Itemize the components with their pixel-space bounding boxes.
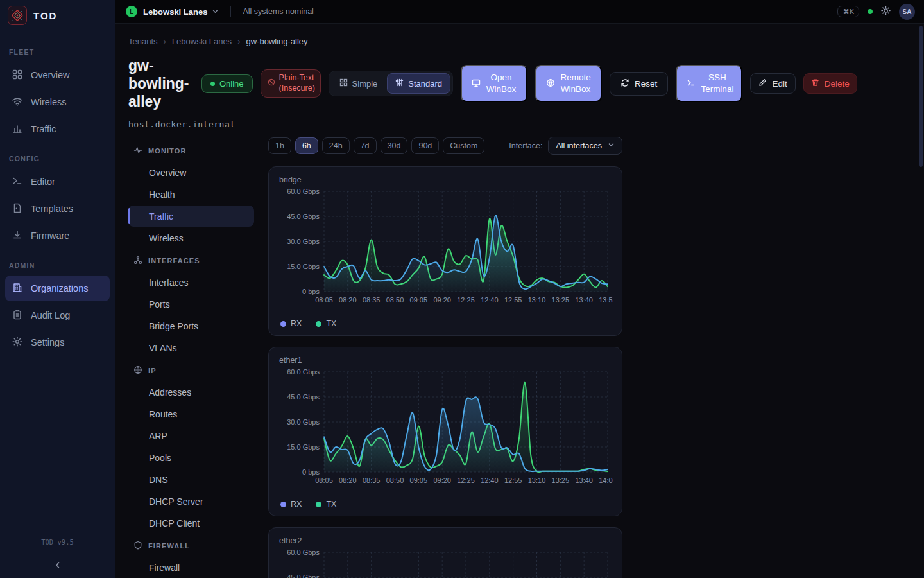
svg-text:60.0 Gbps: 60.0 Gbps [287, 548, 320, 556]
legend-item-rx: RX [280, 319, 302, 328]
subnav-item-interfaces[interactable]: Interfaces [128, 272, 254, 293]
topbar-right: ⌘K SA [837, 4, 915, 20]
nav-section-admin: ADMIN [5, 250, 110, 274]
sidebar-nav: FLEET Overview Wireless Traffic CONFIG E… [0, 31, 115, 532]
subnav-item-dhcp-server[interactable]: DHCP Server [128, 491, 254, 512]
user-avatar[interactable]: SA [899, 4, 915, 20]
edit-button[interactable]: Edit [750, 73, 795, 94]
page-scrollbar-thumb[interactable] [919, 26, 923, 167]
reset-button[interactable]: Reset [610, 72, 668, 96]
svg-text:30.0 Gbps: 30.0 Gbps [287, 238, 320, 245]
svg-text:15.0 Gbps: 15.0 Gbps [287, 443, 320, 451]
svg-text:12:55: 12:55 [504, 477, 522, 484]
svg-text:08:20: 08:20 [339, 296, 357, 304]
sidebar-item-firmware[interactable]: Firmware [5, 223, 110, 249]
svg-text:09:20: 09:20 [433, 477, 451, 484]
chevron-down-icon[interactable] [212, 6, 219, 17]
nav-section-fleet: FLEET [5, 37, 110, 61]
tenant-avatar: L [126, 6, 137, 17]
sidebar-item-wireless[interactable]: Wireless [5, 89, 110, 115]
main-content: Tenants › Lebowski Lanes › gw-bowling-al… [116, 24, 924, 578]
sidebar-item-settings[interactable]: Settings [5, 329, 110, 355]
grid-small-icon [339, 78, 348, 89]
sidebar-item-audit-log[interactable]: Audit Log [5, 302, 110, 328]
chart-title: ether1 [279, 356, 612, 365]
interface-label: Interface: [509, 141, 542, 150]
online-status-badge: Online [201, 74, 253, 93]
ssh-terminal-label: SSH Terminal [701, 72, 733, 95]
svg-text:12:25: 12:25 [457, 477, 475, 484]
view-mode-simple[interactable]: Simple [331, 73, 386, 94]
sidebar-item-templates[interactable]: Templates [5, 196, 110, 222]
range-chip-6h[interactable]: 6h [295, 137, 318, 154]
subnav-item-dhcp-client[interactable]: DHCP Client [128, 512, 254, 534]
sidebar-collapse-button[interactable] [0, 554, 115, 578]
subnav-item-health[interactable]: Health [128, 184, 254, 205]
svg-text:08:20: 08:20 [339, 477, 357, 484]
sidebar-item-traffic[interactable]: Traffic [5, 116, 110, 142]
range-chip-24h[interactable]: 24h [322, 137, 350, 154]
range-chip-90d[interactable]: 90d [411, 137, 439, 154]
breadcrumb-tenants[interactable]: Tenants [128, 37, 158, 46]
theme-toggle-button[interactable] [881, 6, 891, 18]
sidebar-item-label: Audit Log [31, 310, 70, 320]
sidebar-item-label: Traffic [31, 124, 56, 134]
range-chip-30d[interactable]: 30d [381, 137, 408, 154]
subnav-item-pools[interactable]: Pools [128, 447, 254, 468]
svg-text:60.0 Gbps: 60.0 Gbps [287, 188, 320, 195]
subnav-item-firewall[interactable]: Firewall [128, 557, 254, 578]
delete-button[interactable]: Delete [803, 73, 857, 94]
subnav-section-ip: IP [128, 359, 254, 381]
sidebar-item-label: Editor [31, 177, 55, 187]
bar-chart-icon [12, 123, 23, 136]
sidebar-item-organizations[interactable]: Organizations [5, 276, 110, 301]
trash-icon [811, 78, 819, 89]
traffic-chart-card-ether1: ether160.0 Gbps45.0 Gbps30.0 Gbps15.0 Gb… [268, 347, 622, 516]
legend-dot-icon [280, 321, 286, 327]
subnav-item-dns[interactable]: DNS [128, 469, 254, 490]
subnav-item-routes[interactable]: Routes [128, 403, 254, 425]
view-mode-standard[interactable]: Standard [387, 73, 450, 94]
breadcrumb-tenant[interactable]: Lebowski Lanes [172, 37, 232, 46]
range-chip-1h[interactable]: 1h [268, 137, 291, 154]
app-version: TOD v9.5 [0, 532, 115, 554]
ssh-terminal-button[interactable]: SSH Terminal [676, 65, 742, 102]
time-range-group: 1h6h24h7d30d90dCustom [268, 137, 484, 154]
subnav-item-wireless[interactable]: Wireless [128, 227, 254, 249]
open-winbox-button[interactable]: Open WinBox [461, 65, 527, 102]
remote-winbox-button[interactable]: Remote WinBox [535, 65, 602, 102]
connection-status-dot [868, 9, 873, 14]
svg-text:13:25: 13:25 [552, 296, 570, 304]
sidebar-item-editor[interactable]: Editor [5, 169, 110, 195]
view-mode-simple-label: Simple [352, 79, 378, 89]
subnav-item-overview[interactable]: Overview [128, 162, 254, 183]
page-title: gw-bowling-alley [128, 57, 194, 110]
sliders-icon [395, 78, 404, 89]
traffic-chart-svg: 60.0 Gbps45.0 Gbps30.0 Gbps15.0 Gbps0 bp… [279, 186, 613, 312]
subnav-item-vlans[interactable]: VLANs [128, 337, 254, 358]
svg-text:0 bps: 0 bps [302, 288, 320, 295]
view-mode-standard-label: Standard [408, 79, 442, 89]
command-palette-button[interactable]: ⌘K [837, 6, 859, 17]
content-row: MONITOROverviewHealthTrafficWirelessINTE… [128, 137, 924, 578]
topbar-divider [230, 6, 231, 17]
legend-dot-icon [316, 321, 321, 327]
interface-select[interactable]: All interfaces [548, 137, 622, 155]
tenant-switcher[interactable]: Lebowski Lanes [143, 7, 207, 17]
primary-sidebar: TOD FLEET Overview Wireless Traffic CONF… [0, 0, 116, 578]
sidebar-item-overview[interactable]: Overview [5, 62, 110, 88]
svg-text:13:40: 13:40 [575, 477, 593, 484]
breadcrumb-device: gw-bowling-alley [246, 37, 307, 46]
svg-text:13:25: 13:25 [552, 477, 570, 484]
gear-icon [12, 336, 23, 349]
globe-icon [546, 78, 555, 89]
subnav-item-addresses[interactable]: Addresses [128, 381, 254, 403]
subnav-item-bridge-ports[interactable]: Bridge Ports [128, 315, 254, 337]
subnav-item-arp[interactable]: ARP [128, 425, 254, 446]
subnav-item-traffic[interactable]: Traffic [128, 206, 254, 227]
range-chip-custom[interactable]: Custom [443, 137, 484, 154]
chart-legend: RXTX [279, 319, 612, 328]
subnav-item-ports[interactable]: Ports [128, 293, 254, 315]
range-chip-7d[interactable]: 7d [354, 137, 377, 154]
legend-dot-icon [280, 502, 286, 507]
